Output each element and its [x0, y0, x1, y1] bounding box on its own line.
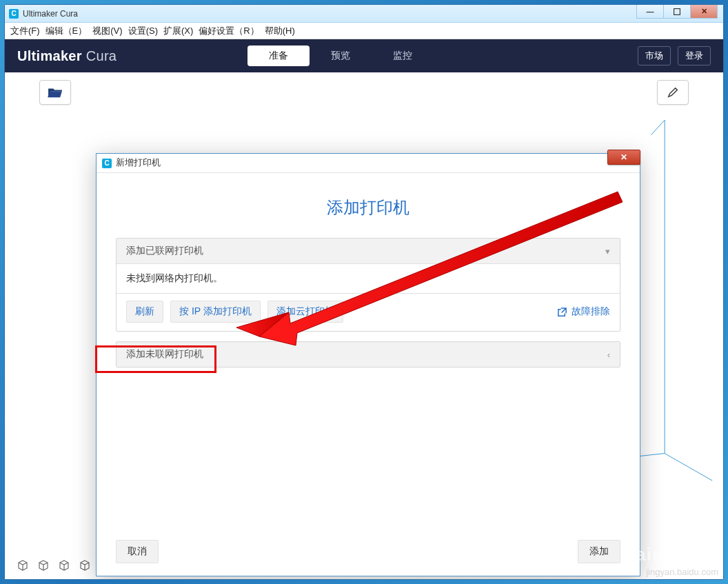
dialog-heading: 添加打印机 — [116, 197, 620, 219]
troubleshoot-label: 故障排除 — [572, 305, 610, 318]
tab-prepare[interactable]: 准备 — [247, 46, 310, 66]
app-icon: C — [9, 9, 19, 19]
tab-preview[interactable]: 预览 — [310, 46, 372, 66]
menu-help[interactable]: 帮助(H) — [265, 25, 295, 37]
app-header: Ultimaker Cura 准备 预览 监控 市场 登录 — [5, 39, 723, 72]
menu-settings[interactable]: 设置(S) — [128, 25, 158, 37]
brand-strong: Ultimaker — [17, 48, 82, 63]
menu-extensions[interactable]: 扩展(X) — [163, 25, 193, 37]
menu-file[interactable]: 文件(F) — [10, 25, 40, 37]
brand-thin: Cura — [82, 48, 117, 63]
window-close-button[interactable] — [690, 5, 718, 19]
section-nonnetwork-printer: 添加未联网打印机 ‹ — [116, 341, 620, 367]
dialog-title-text: 新增打印机 — [116, 157, 161, 169]
cube-icon[interactable] — [79, 560, 90, 571]
dialog-titlebar: C 新增打印机 — [97, 154, 640, 173]
section-networked-printer: 添加已联网打印机 ▾ 未找到网络内打印机。 刷新 按 IP 添加打印机 添加云打… — [116, 238, 620, 332]
add-by-ip-button[interactable]: 按 IP 添加打印机 — [170, 301, 261, 323]
menu-bar: 文件(F) 编辑（E） 视图(V) 设置(S) 扩展(X) 偏好设置（R） 帮助… — [5, 23, 723, 39]
troubleshoot-link[interactable]: 故障排除 — [557, 305, 610, 318]
login-button[interactable]: 登录 — [678, 46, 711, 66]
networked-status-text: 未找到网络内打印机。 — [117, 263, 620, 293]
menu-view[interactable]: 视图(V) — [92, 25, 122, 37]
marketplace-button[interactable]: 市场 — [638, 46, 671, 66]
section-networked-header[interactable]: 添加已联网打印机 ▾ — [117, 239, 620, 263]
chevron-down-icon: ▾ — [605, 246, 610, 256]
svg-rect-0 — [674, 8, 680, 14]
external-link-icon — [557, 307, 567, 317]
section-nonnetwork-label: 添加未联网打印机 — [126, 348, 203, 361]
brand-logo: Ultimaker Cura — [17, 48, 117, 64]
window-title: Ultimaker Cura — [23, 9, 78, 19]
cube-icon[interactable] — [59, 560, 70, 571]
window-titlebar: C Ultimaker Cura — [5, 5, 723, 23]
cancel-button[interactable]: 取消 — [116, 540, 159, 563]
window-maximize-button[interactable] — [663, 5, 691, 19]
add-cloud-button[interactable]: 添加云打印机 — [267, 301, 343, 323]
dialog-close-button[interactable]: ✕ — [607, 150, 640, 165]
add-button[interactable]: 添加 — [578, 540, 620, 563]
chevron-left-icon: ‹ — [607, 350, 610, 360]
section-networked-label: 添加已联网打印机 — [126, 245, 203, 257]
add-printer-dialog: C 新增打印机 ✕ 添加打印机 添加已联网打印机 ▾ 未找到网络内打印机。 刷新… — [96, 153, 640, 576]
app-icon: C — [102, 159, 112, 168]
tab-monitor[interactable]: 监控 — [372, 46, 434, 66]
cube-icon[interactable] — [17, 560, 28, 571]
menu-edit[interactable]: 编辑（E） — [46, 25, 88, 37]
menu-preferences[interactable]: 偏好设置（R） — [199, 25, 259, 37]
refresh-button[interactable]: 刷新 — [126, 301, 163, 323]
section-nonnetwork-header[interactable]: 添加未联网打印机 ‹ — [117, 342, 620, 367]
window-minimize-button[interactable] — [636, 5, 664, 19]
cube-icon[interactable] — [38, 560, 49, 571]
